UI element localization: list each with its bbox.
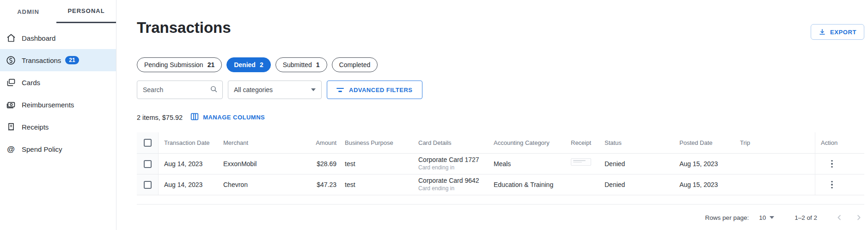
home-icon [6, 33, 16, 43]
category-select[interactable]: All categories [228, 81, 322, 99]
sidebar-item-reimbursements[interactable]: Reimbursements [0, 93, 116, 116]
cell-transaction-date: Aug 14, 2023 [159, 174, 218, 195]
sidebar-item-label: Cards [22, 79, 40, 87]
sidebar-item-label: Dashboard [22, 34, 55, 42]
sidebar-item-label: Spend Policy [22, 145, 62, 153]
export-button[interactable]: EXPORT [811, 24, 864, 40]
col-header-accounting-category[interactable]: Accounting Category [488, 132, 565, 153]
cell-posted-date: Aug 15, 2023 [674, 154, 734, 174]
rows-per-page-select[interactable]: 10 [759, 214, 774, 221]
col-header-transaction-date[interactable]: Transaction Date [159, 132, 218, 153]
main-content: Transactions EXPORT Pending Submission 2… [116, 0, 868, 230]
cell-trip [734, 174, 815, 195]
tab-admin[interactable]: ADMIN [0, 0, 56, 23]
row-checkbox[interactable] [144, 181, 152, 189]
cell-trip [734, 154, 815, 174]
col-header-receipt[interactable]: Receipt [565, 132, 599, 153]
filter-chip-denied[interactable]: Denied 2 [226, 57, 270, 72]
spend-policy-icon: @ [6, 144, 16, 154]
sidebar-tabbar: ADMIN PERSONAL [0, 0, 116, 23]
filter-row: All categories ADVANCED FILTERS [137, 81, 864, 99]
row-actions-kebab-icon[interactable] [827, 178, 837, 192]
table-row[interactable]: Aug 14, 2023 ExxonMobil $28.69 test Corp… [137, 154, 864, 174]
card-name: Corporate Card 1727 [418, 156, 479, 163]
page-header: Transactions EXPORT [137, 0, 864, 40]
sidebar-item-label: Reimbursements [22, 101, 74, 109]
card-ending-text: Card ending in [418, 164, 479, 171]
sidebar-item-transactions[interactable]: Transactions 21 [0, 49, 116, 71]
row-checkbox-cell [137, 174, 159, 195]
table-bottom-strip [137, 195, 864, 205]
cell-posted-date: Aug 15, 2023 [674, 174, 734, 195]
chevron-down-icon [770, 216, 774, 219]
app-window: ADMIN PERSONAL Dashboard Transactions 21 [0, 0, 868, 230]
row-checkbox-cell [137, 154, 159, 174]
next-page-button[interactable] [853, 212, 864, 223]
cards-icon [6, 78, 16, 87]
rows-per-page-value: 10 [759, 214, 766, 221]
col-header-action: Action [815, 132, 864, 153]
transactions-icon [6, 56, 16, 65]
chip-label: Denied [234, 61, 256, 68]
cell-receipt [565, 174, 599, 195]
filter-chip-submitted[interactable]: Submitted 1 [275, 57, 327, 72]
col-header-posted-date[interactable]: Posted Date [674, 132, 734, 153]
manage-columns-label: MANAGE COLUMNS [203, 114, 265, 121]
filter-chip-completed[interactable]: Completed [332, 57, 378, 72]
col-header-business-purpose[interactable]: Business Purpose [339, 132, 413, 153]
advanced-filters-label: ADVANCED FILTERS [349, 87, 413, 93]
transactions-count-badge: 21 [65, 56, 79, 64]
row-checkbox[interactable] [144, 160, 152, 168]
row-actions-kebab-icon[interactable] [827, 157, 837, 171]
cell-amount: $28.69 [300, 154, 339, 174]
sidebar-item-label: Transactions [22, 56, 61, 64]
receipt-thumbnail[interactable] [571, 158, 591, 166]
transactions-table: Transaction Date Merchant Amount Busines… [137, 132, 864, 205]
cell-action [815, 154, 864, 174]
card-name: Corporate Card 9642 [418, 177, 479, 184]
cell-amount: $47.23 [300, 174, 339, 195]
sidebar-item-spend-policy[interactable]: @ Spend Policy [0, 138, 116, 160]
pagination-bar: Rows per page: 10 1–2 of 2 [137, 212, 864, 223]
sidebar: ADMIN PERSONAL Dashboard Transactions 21 [0, 0, 116, 230]
filter-chip-pending-submission[interactable]: Pending Submission 21 [137, 57, 222, 72]
col-header-merchant[interactable]: Merchant [218, 132, 300, 153]
summary-row: 2 items, $75.92 MANAGE COLUMNS [137, 113, 864, 122]
filter-icon [336, 88, 344, 92]
search-input[interactable] [143, 86, 210, 93]
cell-merchant: ExxonMobil [218, 154, 300, 174]
advanced-filters-button[interactable]: ADVANCED FILTERS [327, 81, 422, 99]
col-header-card-details[interactable]: Card Details [413, 132, 488, 153]
select-all-checkbox-cell [137, 132, 159, 153]
col-header-status[interactable]: Status [599, 132, 674, 153]
sidebar-item-cards[interactable]: Cards [0, 71, 116, 93]
tab-personal[interactable]: PERSONAL [56, 0, 116, 23]
cell-action [815, 174, 864, 195]
search-box [137, 81, 223, 99]
chip-label: Completed [339, 61, 371, 68]
previous-page-button[interactable] [834, 212, 845, 223]
col-header-amount[interactable]: Amount [300, 132, 339, 153]
category-select-value: All categories [234, 86, 273, 93]
cell-business-purpose: test [339, 154, 413, 174]
cell-status: Denied [599, 154, 674, 174]
receipts-icon [6, 122, 16, 132]
chip-count: 21 [208, 61, 215, 68]
reimbursements-icon [6, 100, 16, 110]
sidebar-nav: Dashboard Transactions 21 Cards Reimbur [0, 23, 116, 160]
search-icon [210, 85, 218, 94]
cell-merchant: Chevron [218, 174, 300, 195]
table-row[interactable]: Aug 14, 2023 Chevron $47.23 test Corpora… [137, 174, 864, 195]
select-all-checkbox[interactable] [144, 139, 152, 147]
manage-columns-button[interactable]: MANAGE COLUMNS [190, 113, 265, 122]
page-title: Transactions [137, 19, 231, 37]
cell-business-purpose: test [339, 174, 413, 195]
sidebar-item-dashboard[interactable]: Dashboard [0, 27, 116, 49]
columns-icon [190, 113, 199, 122]
cell-receipt [565, 154, 599, 174]
sidebar-item-label: Receipts [22, 123, 49, 131]
cell-card-details: Corporate Card 9642 Card ending in [413, 174, 488, 195]
chevron-down-icon [311, 88, 316, 91]
sidebar-item-receipts[interactable]: Receipts [0, 116, 116, 138]
col-header-trip[interactable]: Trip [734, 132, 815, 153]
